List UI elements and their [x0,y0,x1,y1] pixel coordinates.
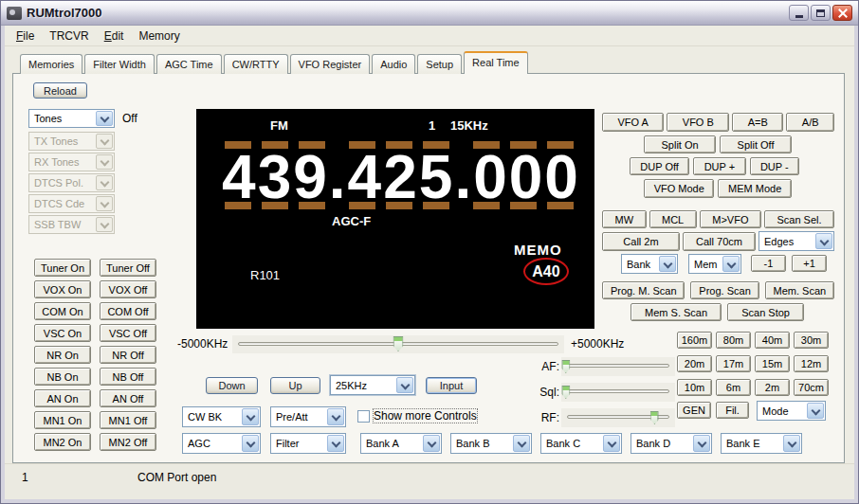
button-com-off[interactable]: COM Off [100,302,156,320]
tab-filter-width[interactable]: Filter Width [84,54,155,74]
up-button[interactable]: Up [270,377,320,394]
button-vfo-b[interactable]: VFO B [667,113,729,132]
band-button-10m[interactable]: 10m [677,379,712,396]
dropdown-bank-a[interactable]: Bank A [360,433,442,454]
button-mn2-on[interactable]: MN2 On [34,433,91,451]
tab-memories[interactable]: Memories [20,54,82,74]
band-button-2m[interactable]: 2m [755,379,790,396]
menu-item-trcvr[interactable]: TRCVR [42,27,96,45]
tab-real-time[interactable]: Real Time [464,51,528,74]
button-mn2-off[interactable]: MN2 Off [100,433,156,451]
button-dup[interactable]: DUP + [693,157,745,175]
button-vfo-a[interactable]: VFO A [602,113,664,132]
tab-setup[interactable]: Setup [417,54,462,74]
button-tuner-off[interactable]: Tuner Off [100,259,156,277]
button-nr-off[interactable]: NR Off [100,346,156,364]
call-2m-button[interactable]: Call 2m [602,232,680,251]
menu-item-memory[interactable]: Memory [131,27,187,45]
band-button-40m[interactable]: 40m [755,332,790,349]
tab-vfo-register[interactable]: VFO Register [290,54,371,74]
button-vfo-mode[interactable]: VFO Mode [644,179,714,198]
band-button-6m[interactable]: 6m [716,379,751,396]
gen-button[interactable]: GEN [677,402,711,419]
call-70cm-button[interactable]: Call 70cm [683,232,756,251]
show-more-controls-label[interactable]: Show more Controls [374,409,477,423]
tones-dropdown[interactable]: Tones [28,109,115,128]
band-button-17m[interactable]: 17m [716,355,751,372]
minus-one-button[interactable]: -1 [751,255,786,272]
band-button-70cm[interactable]: 70cm [794,379,829,396]
reload-button[interactable]: Reload [33,82,87,99]
button-m-vfo[interactable]: M>VFO [700,210,761,228]
button-mn1-on[interactable]: MN1 On [34,411,91,429]
sql-slider[interactable] [561,383,675,402]
button-split-on[interactable]: Split On [644,135,716,153]
button-vsc-off[interactable]: VSC Off [100,324,156,342]
show-more-controls-checkbox[interactable] [357,410,370,423]
button-prog-scan[interactable]: Prog. Scan [690,281,758,299]
af-slider-track[interactable] [567,364,669,368]
edges-dropdown[interactable]: Edges [758,231,834,251]
button-a-b[interactable]: A=B [732,113,783,132]
band-button-15m[interactable]: 15m [755,355,790,372]
dropdown-bank-d[interactable]: Bank D [631,433,712,454]
button-dup[interactable]: DUP - [750,157,799,175]
af-slider-thumb[interactable] [561,360,570,373]
sql-slider-track[interactable] [567,389,669,393]
down-button[interactable]: Down [206,377,258,394]
tuning-slider-thumb[interactable] [393,336,404,351]
input-button[interactable]: Input [426,377,477,394]
mem-dropdown[interactable]: Mem [688,254,741,274]
filter-dropdown[interactable]: Filter [270,433,346,454]
button-vox-off[interactable]: VOX Off [100,280,156,298]
mode-dropdown[interactable]: Mode [757,401,826,421]
rf-slider[interactable] [561,408,675,427]
button-com-on[interactable]: COM On [34,302,91,320]
plus-one-button[interactable]: +1 [792,255,827,272]
minimize-button[interactable] [789,5,809,21]
agc-dropdown[interactable]: AGC [182,433,261,454]
dropdown-bank-e[interactable]: Bank E [721,433,802,454]
menu-item-file[interactable]: File [9,27,42,45]
band-button-20m[interactable]: 20m [677,355,712,372]
button-vox-on[interactable]: VOX On [34,280,91,298]
dropdown-bank-b[interactable]: Bank B [450,433,532,454]
sql-slider-thumb[interactable] [561,386,570,399]
button-prog-m-scan[interactable]: Prog. M. Scan [602,281,685,299]
menu-item-edit[interactable]: Edit [97,27,132,45]
close-button[interactable] [832,5,852,21]
tab-audio[interactable]: Audio [372,54,415,74]
fil-button[interactable]: Fil. [716,402,749,419]
button-tuner-on[interactable]: Tuner On [34,259,91,277]
tab-agc-time[interactable]: AGC Time [156,54,222,74]
rf-slider-thumb[interactable] [650,411,659,424]
button-nr-on[interactable]: NR On [34,346,91,364]
tab-cw-rtty[interactable]: CW/RTTY [224,54,288,74]
button-an-on[interactable]: AN On [34,389,91,407]
button-mem-s-scan[interactable]: Mem S. Scan [631,303,722,321]
button-nb-on[interactable]: NB On [34,368,91,386]
cw-bk-dropdown[interactable]: CW BK [182,406,261,427]
step-dropdown[interactable]: 25KHz [330,375,415,395]
button-dup-off[interactable]: DUP Off [630,157,689,175]
button-mw[interactable]: MW [602,210,647,228]
band-button-30m[interactable]: 30m [794,332,829,349]
button-scan-sel[interactable]: Scan Sel. [764,210,834,228]
dropdown-bank-c[interactable]: Bank C [540,433,622,454]
button-scan-stop[interactable]: Scan Stop [727,303,804,321]
af-slider[interactable] [561,357,675,376]
button-vsc-on[interactable]: VSC On [34,324,91,342]
tuning-slider[interactable] [232,335,564,353]
maximize-button[interactable] [811,5,831,21]
bank-dropdown[interactable]: Bank [621,254,678,274]
button-split-off[interactable]: Split Off [720,135,792,153]
button-mem-mode[interactable]: MEM Mode [718,179,792,198]
band-button-80m[interactable]: 80m [716,332,751,349]
button-a-b[interactable]: A/B [786,113,834,132]
button-mn1-off[interactable]: MN1 Off [100,411,156,429]
button-mcl[interactable]: MCL [649,210,697,228]
button-nb-off[interactable]: NB Off [100,368,156,386]
button-an-off[interactable]: AN Off [100,389,156,407]
band-button-160m[interactable]: 160m [677,332,712,349]
band-button-12m[interactable]: 12m [794,355,829,372]
